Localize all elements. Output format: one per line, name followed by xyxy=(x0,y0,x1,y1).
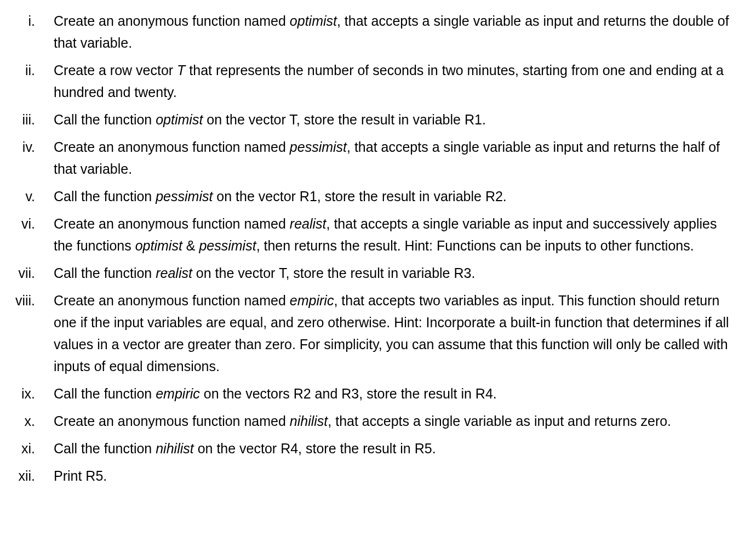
list-item-content: Call the function empiric on the vectors… xyxy=(54,383,745,405)
text: & xyxy=(182,238,199,253)
italic-text: pessimist xyxy=(199,238,256,253)
italic-text: optimist xyxy=(290,13,337,29)
list-item-content: Call the function realist on the vector … xyxy=(54,262,745,284)
text: , then returns the result. Hint: Functio… xyxy=(256,238,694,253)
list-item-number: vi. xyxy=(0,213,54,257)
list-item-content: Create an anonymous function named nihil… xyxy=(54,410,745,432)
list-item-number: iii. xyxy=(0,109,54,130)
list-item: v.Call the function pessimist on the vec… xyxy=(0,185,745,207)
text: Call the function xyxy=(54,112,156,127)
list-item: xi.Call the function nihilist on the vec… xyxy=(0,437,745,459)
text: on the vector T, store the result in var… xyxy=(203,112,485,127)
text: on the vector T, store the result in var… xyxy=(192,265,475,281)
italic-text: empiric xyxy=(156,386,200,401)
italic-text: realist xyxy=(156,265,192,281)
italic-text: nihilist xyxy=(290,413,328,429)
italic-text: empiric xyxy=(290,293,334,308)
list-item-number: v. xyxy=(0,185,54,207)
text: Create a row vector xyxy=(54,62,177,78)
italic-text: nihilist xyxy=(156,441,193,456)
italic-text: pessimist xyxy=(156,189,213,204)
list-item: vii.Call the function realist on the vec… xyxy=(0,262,745,284)
list-item-content: Print R5. xyxy=(54,465,745,487)
text: Call the function xyxy=(54,265,156,281)
list-item-number: xi. xyxy=(0,437,54,459)
list-item-content: Create an anonymous function named optim… xyxy=(54,10,745,54)
list-item-number: xii. xyxy=(0,465,54,487)
text: Create an anonymous function named xyxy=(54,13,290,29)
italic-text: pessimist xyxy=(290,139,347,155)
text: Print R5. xyxy=(54,468,107,483)
text: Create an anonymous function named xyxy=(54,216,290,231)
list-item: viii.Create an anonymous function named … xyxy=(0,289,745,377)
text: on the vectors R2 and R3, store the resu… xyxy=(200,386,497,401)
text: Create an anonymous function named xyxy=(54,293,290,308)
ordered-list: i.Create an anonymous function named opt… xyxy=(0,10,745,487)
list-item-content: Call the function nihilist on the vector… xyxy=(54,437,745,459)
italic-text: optimist xyxy=(135,238,182,253)
list-item-content: Create a row vector T that represents th… xyxy=(54,59,745,103)
italic-text: realist xyxy=(290,216,327,231)
list-item-content: Create an anonymous function named pessi… xyxy=(54,136,745,180)
list-item-content: Create an anonymous function named reali… xyxy=(54,213,745,257)
list-item-number: x. xyxy=(0,410,54,432)
text: on the vector R4, store the result in R5… xyxy=(194,441,436,456)
text: Call the function xyxy=(54,386,156,401)
list-item: xii.Print R5. xyxy=(0,465,745,487)
text: on the vector R1, store the result in va… xyxy=(213,189,506,204)
italic-text: T xyxy=(177,62,185,78)
italic-text: optimist xyxy=(156,112,203,127)
text: Call the function xyxy=(54,441,156,456)
text: Create an anonymous function named xyxy=(54,413,290,429)
list-item-content: Create an anonymous function named empir… xyxy=(54,289,745,377)
list-item-content: Call the function pessimist on the vecto… xyxy=(54,185,745,207)
list-item: vi.Create an anonymous function named re… xyxy=(0,213,745,257)
list-item-number: i. xyxy=(0,10,54,54)
list-item-number: viii. xyxy=(0,289,54,377)
text: , that accepts a single variable as inpu… xyxy=(328,413,671,429)
text: Call the function xyxy=(54,189,156,204)
list-item-number: vii. xyxy=(0,262,54,284)
list-item-number: iv. xyxy=(0,136,54,180)
list-item: iii.Call the function optimist on the ve… xyxy=(0,109,745,130)
list-item: x.Create an anonymous function named nih… xyxy=(0,410,745,432)
list-item-number: ix. xyxy=(0,383,54,405)
list-item: ii.Create a row vector T that represents… xyxy=(0,59,745,103)
list-item-content: Call the function optimist on the vector… xyxy=(54,109,745,130)
list-item-number: ii. xyxy=(0,59,54,103)
list-item: iv.Create an anonymous function named pe… xyxy=(0,136,745,180)
text: Create an anonymous function named xyxy=(54,139,290,155)
list-item: ix.Call the function empiric on the vect… xyxy=(0,383,745,405)
list-item: i.Create an anonymous function named opt… xyxy=(0,10,745,54)
